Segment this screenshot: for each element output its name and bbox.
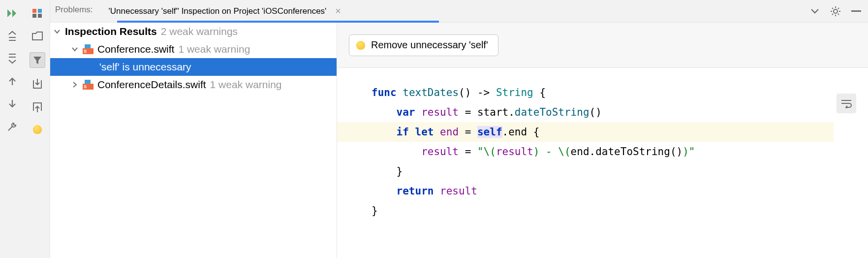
expand-all-icon[interactable] (6, 30, 19, 42)
tree-file-row[interactable]: S Conference.swift 1 weak warning (50, 40, 337, 58)
code-line: return result (372, 181, 868, 201)
swift-file-icon: S (83, 44, 93, 54)
chevron-down-icon[interactable] (809, 5, 821, 17)
code-preview: func textDates() -> String { var result … (337, 68, 868, 258)
soft-wrap-icon[interactable] (837, 94, 856, 113)
code-line: result = "\(result) - \(end.dateToString… (372, 142, 868, 161)
svg-rect-0 (32, 9, 36, 13)
file-subtitle: 1 weak warning (210, 79, 282, 91)
svg-rect-3 (38, 14, 42, 18)
rerun-icon[interactable] (6, 7, 19, 20)
chevron-down-icon (54, 29, 61, 34)
prev-icon[interactable] (6, 75, 19, 88)
scope-icon[interactable] (31, 7, 44, 20)
file-name: ConferenceDetails.swift (97, 79, 206, 91)
chevron-down-icon (72, 46, 79, 52)
inspection-tree: Inspection Results 2 weak warnings S Con… (50, 23, 337, 258)
chevron-right-icon (72, 82, 79, 88)
code-line: var result = start.dateToString() (372, 102, 868, 122)
file-subtitle: 1 weak warning (178, 43, 250, 55)
tool-gutter (0, 0, 50, 258)
issue-text: 'self' is unnecessary (99, 61, 191, 73)
gear-icon[interactable] (830, 5, 841, 17)
remove-self-button[interactable]: Remove unnecessary 'self' (349, 34, 498, 56)
inspection-tab[interactable]: 'Unnecessary 'self'' Inspection on Proje… (104, 0, 332, 22)
swift-file-icon: S (83, 80, 93, 90)
svg-point-4 (834, 9, 837, 13)
problems-label: Problems: (50, 0, 104, 15)
tree-file-row[interactable]: S ConferenceDetails.swift 1 weak warning (50, 76, 337, 94)
fix-button-label: Remove unnecessary 'self' (371, 39, 488, 51)
tree-issue-row[interactable]: 'self' is unnecessary (50, 58, 337, 76)
svg-rect-2 (32, 14, 36, 18)
self-highlight: self (477, 126, 502, 138)
root-subtitle: 2 weak warnings (161, 26, 238, 37)
code-line: } (372, 201, 868, 221)
code-line: } (372, 161, 868, 181)
collapse-all-icon[interactable] (6, 52, 19, 65)
quick-fix-bar: Remove unnecessary 'self' (337, 23, 868, 68)
root-title: Inspection Results (65, 26, 157, 37)
export-icon[interactable] (31, 100, 44, 113)
intention-bulb-icon[interactable] (31, 123, 44, 136)
import-icon[interactable] (31, 78, 44, 91)
svg-rect-1 (38, 9, 42, 13)
next-icon[interactable] (6, 97, 19, 110)
close-icon[interactable]: × (335, 5, 341, 17)
header-bar: Problems: 'Unnecessary 'self'' Inspectio… (50, 0, 868, 23)
directory-icon[interactable] (31, 30, 44, 42)
bulb-icon (356, 41, 365, 50)
filter-icon[interactable] (30, 52, 45, 68)
file-name: Conference.swift (97, 43, 174, 55)
wrench-icon[interactable] (6, 120, 19, 133)
tree-root[interactable]: Inspection Results 2 weak warnings (50, 23, 337, 40)
code-line: func textDates() -> String { (372, 83, 868, 102)
svg-rect-5 (851, 10, 861, 12)
tab-underline (117, 21, 439, 23)
minimize-icon[interactable] (850, 5, 862, 17)
code-line-highlighted: if let end = self.end { (337, 122, 834, 142)
